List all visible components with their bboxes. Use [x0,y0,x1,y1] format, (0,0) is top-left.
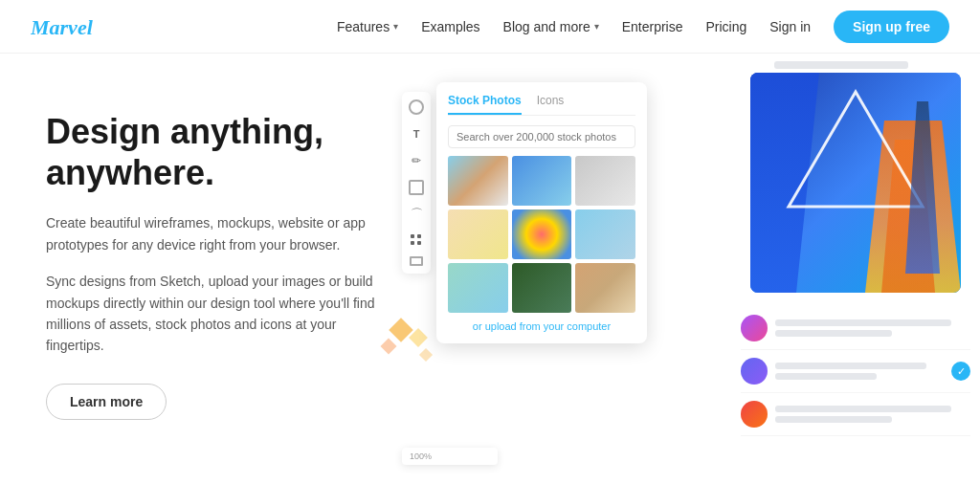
comment-lines-2 [775,363,944,380]
nav-links: Features ▾ Examples Blog and more ▾ Ente… [337,11,949,43]
photo-picker-panel: Stock Photos Icons or upload from your c… [436,82,647,343]
photo-search-input[interactable] [448,125,635,148]
logo[interactable]: Marvel [31,13,107,40]
chevron-down-icon: ▾ [393,21,398,32]
avatar-2 [741,358,768,385]
comment-line [775,319,951,326]
hero-right-preview: ✓ [702,54,980,484]
image-tool-icon[interactable] [409,180,424,195]
hero-content: Design anything, anywhere. Create beauti… [0,54,431,484]
picker-tabs: Stock Photos Icons [448,94,635,116]
tab-stock-photos[interactable]: Stock Photos [448,94,522,115]
photo-cell-4[interactable] [448,209,508,259]
nav-link-enterprise[interactable]: Enterprise [622,19,683,34]
grid-tool-icon[interactable] [411,233,422,245]
comment-line [775,416,892,423]
avatar-1 [741,315,768,341]
photo-cell-7[interactable] [448,263,508,313]
comment-item-3 [741,393,970,436]
upload-link[interactable]: or upload from your computer [448,320,635,332]
photo-cell-9[interactable] [575,263,635,313]
photo-grid [448,156,635,313]
photo-cell-6[interactable] [575,209,635,259]
circle-tool-icon[interactable] [409,99,424,115]
rect-tool-icon[interactable] [410,256,423,266]
comment-lines-1 [775,319,970,337]
photo-cell-8[interactable] [512,263,572,313]
tab-icons[interactable]: Icons [537,94,565,115]
tool-sidebar: T ✏ ⌒ [402,92,431,274]
hero-section: Design anything, anywhere. Create beauti… [0,54,980,484]
nav-link-examples[interactable]: Examples [421,19,479,34]
text-tool-icon[interactable]: T [409,126,424,142]
comment-item-2: ✓ [741,350,970,393]
signup-button[interactable]: Sign up free [834,11,949,43]
avatar-3 [741,401,768,428]
curve-tool-icon[interactable]: ⌒ [409,207,424,222]
nav-link-features[interactable]: Features ▾ [337,19,398,34]
nav-link-blog[interactable]: Blog and more ▾ [503,19,599,34]
navbar: Marvel Features ▾ Examples Blog and more… [0,0,980,54]
learn-more-button[interactable]: Learn more [46,384,167,420]
comment-item-1 [741,307,970,350]
gray-bar [774,61,908,69]
hero-title: Design anything, anywhere. [46,111,400,193]
check-badge: ✓ [951,362,970,381]
nav-link-pricing[interactable]: Pricing [705,19,746,34]
comment-line [775,363,926,369]
comment-line [775,330,892,337]
zoom-bar: 100% [402,448,498,465]
comment-line [775,373,877,380]
svg-marker-5 [789,92,923,207]
pencil-tool-icon[interactable]: ✏ [409,153,424,168]
chevron-down-icon-blog: ▾ [594,21,599,32]
zoom-level: 100% [410,451,432,461]
hero-desc-1: Create beautiful wireframes, mockups, we… [46,212,390,255]
artwork-preview [750,73,961,293]
comment-list: ✓ [741,307,970,436]
hero-desc-2: Sync designs from Sketch, upload your im… [46,271,390,357]
comment-line [775,406,951,412]
photo-cell-3[interactable] [575,156,635,206]
photo-cell-2[interactable] [512,156,572,206]
comment-lines-3 [775,406,970,423]
nav-link-signin[interactable]: Sign in [769,19,811,34]
photo-cell-1[interactable] [448,156,508,206]
photo-cell-5[interactable] [512,209,572,259]
svg-text:Marvel: Marvel [31,15,94,39]
